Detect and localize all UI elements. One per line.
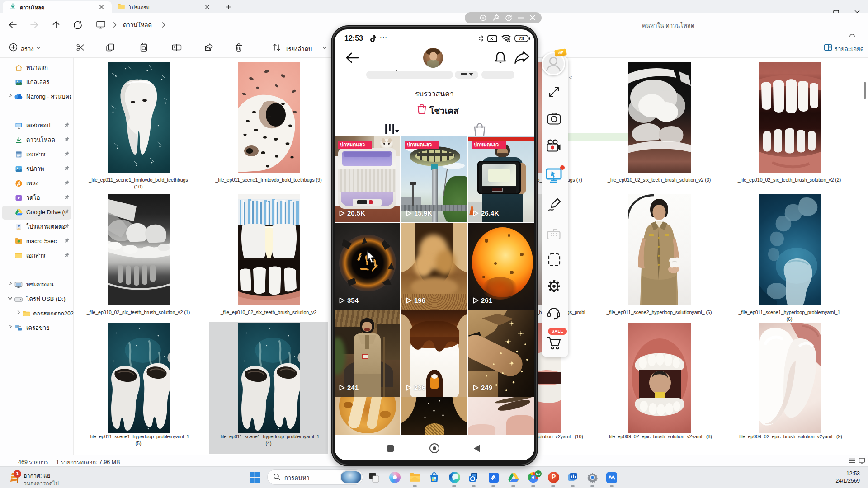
svg-text:73: 73 [519,36,524,41]
